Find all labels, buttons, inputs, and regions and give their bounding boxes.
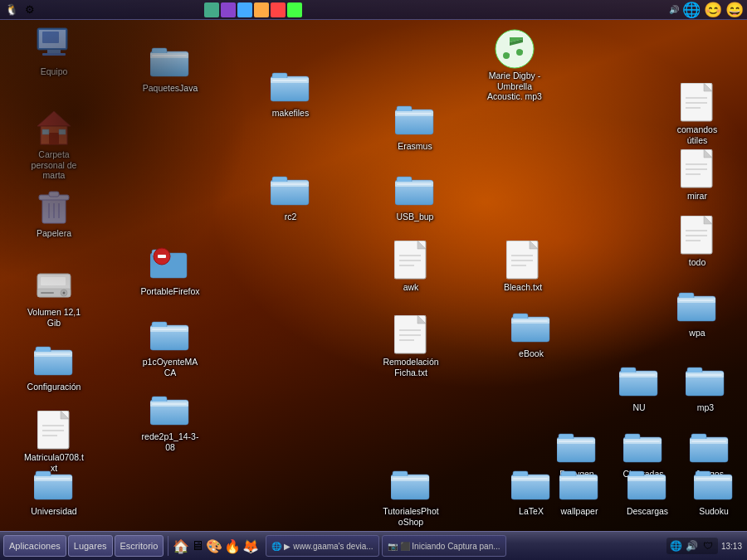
svg-rect-125 [691,441,726,442]
taskbar-separator [168,536,168,556]
top-panel: 🐧 ⚙ 🔊 🌐 😊 😄 [0,0,747,20]
svg-point-67 [496,30,534,68]
desktop-icon-portable-firefox[interactable]: PortableFirefox [137,241,203,300]
icon-image-rede2p1 [150,390,190,430]
desktop-icon-erasmus[interactable]: Erasmus [382,96,448,155]
taskbar-icon3[interactable]: 🎨 [206,538,222,554]
desktop-icon-wallpaper[interactable]: wallpaper [546,461,613,520]
desktop-menu[interactable]: Escritorio [115,535,164,557]
desktop-icon-sudoku[interactable]: Sudoku [681,461,747,520]
tray-vol-icon[interactable]: 🔊 [686,539,699,553]
desktop-icon-nu[interactable]: NU [606,358,672,416]
desktop-icon-awk[interactable]: awk [378,237,444,296]
gear-icon[interactable]: ⚙ [22,2,38,18]
desktop-icon-todo[interactable]: todo [664,212,730,271]
svg-rect-50 [152,329,187,330]
svg-rect-137 [561,478,596,480]
desktop-icon-paquetes-java[interactable]: PaquetesJava [137,38,203,97]
tray-update-icon[interactable]: 🛡 [701,539,715,553]
icon-label-awk: awk [403,282,419,293]
taskbar-app-1-icon: 🌐 [271,542,281,551]
svg-rect-8 [42,129,49,134]
icon-label-sudoku: Sudoku [699,506,729,517]
desktop-icon-comandos-utiles[interactable]: comandos útiles [664,80,730,149]
icon-image-descargas [627,465,667,504]
taskbar-app-2-icon: 📷 [388,542,398,551]
desktop-icon-rc2[interactable]: rc2 [257,167,324,226]
places-menu[interactable]: Lugares [68,535,113,557]
icon-image-tutoriales-photoshop [391,465,431,504]
applications-menu[interactable]: Aplicaciones [3,535,66,557]
taskbar-icon2[interactable]: 🖥 [191,538,204,553]
tray-network-icon[interactable]: 🌐 [670,539,683,553]
icon-image-rc2 [271,170,310,210]
desktop-icon-configuracion[interactable]: Configuración [21,337,87,396]
taskbar-left: Aplicaciones Lugares Escritorio 🏠 🖥 🎨 🔥 … [0,535,262,557]
desktop-icon-carpeta-personal[interactable]: Carpeta personal de marta [21,105,87,184]
desktop-icon-rede2p1[interactable]: rede2p1_14-3-08 [137,387,203,455]
desktop-icon-p1c-oyente[interactable]: p1cOyenteMACA [137,312,203,381]
top-left-icons[interactable]: 🐧 ⚙ [3,2,38,18]
icon-label-makefiles: makefiles [272,108,309,119]
icon-image-bleach [503,241,543,280]
taskbar-icon5[interactable]: 🦊 [242,538,259,554]
icon-label-comandos-utiles: comandos útiles [667,124,727,145]
desktop-icon-equipo[interactable]: Equipo [21,22,87,80]
desktop-icon-wpa[interactable]: wpa [664,283,730,342]
icon-image-marie-digby [495,29,535,69]
taskbar-app-1[interactable]: 🌐 ▶ www.gaama's devia... [266,535,378,557]
icon-image-mirar [677,149,717,189]
icon-label-todo: todo [689,257,706,268]
taskbar-home-icon[interactable]: 🏠 [173,538,189,554]
desktop-icon-marie-digby[interactable]: Marie Digby - Umbrella Acoustic. mp3 [481,26,548,105]
icon-label-configuracion: Configuración [27,382,81,392]
icon-image-carpeta-personal [34,108,74,148]
icon-label-portable-firefox: PortableFirefox [140,286,199,297]
desktop-icon-papelera[interactable]: Papelera [21,183,87,242]
system-tray: 🌐 🔊 🛡 [666,538,718,554]
icon-image-volumen [34,265,74,305]
icon-image-ebook [511,307,551,347]
desktop-icon-usb-bup[interactable]: USB_bup [382,167,448,226]
taskbar-icon4[interactable]: 🔥 [224,538,241,554]
clock: 13:13 [721,542,742,551]
svg-rect-113 [687,374,722,376]
icon-label-remodelacion: RemodelaciónFicha.txt [381,357,441,377]
icon-label-mp3: mp3 [697,402,714,413]
svg-marker-5 [37,111,71,126]
icon-label-bleach: Bleach.txt [504,282,542,293]
icon-image-usb-bup [395,170,435,210]
icon-image-mp3 [686,361,725,401]
svg-rect-21 [41,277,66,285]
icon-image-wallpaper [559,465,599,504]
icon-label-erasmus: Erasmus [398,141,432,152]
icon-image-equipo [34,25,74,65]
svg-rect-86 [513,320,548,322]
desktop-icon-descargas[interactable]: Descargas [614,461,681,520]
svg-rect-42 [272,80,307,81]
penguin-icon[interactable]: 🐧 [3,2,20,18]
icon-image-remodelacion [391,315,431,355]
desktop-icon-makefiles[interactable]: makefiles [257,63,324,122]
desktop-icon-universidad[interactable]: Universidad [21,461,87,520]
icon-image-sudoku [694,465,734,504]
taskbar-right: 🌐 🔊 🛡 13:13 [662,538,747,554]
icon-image-todo [677,216,717,256]
desktop-icon-mp3[interactable]: mp3 [672,358,739,416]
taskbar-middle: 🌐 ▶ www.gaama's devia... 📷 ⬛ Iniciando C… [262,535,662,557]
desktop-icon-volumen[interactable]: Volumen 12,1 Gib [21,262,87,331]
icon-label-papelera: Papelera [37,228,71,239]
icon-image-configuracion [34,340,74,380]
taskbar-app-2[interactable]: 📷 ⬛ Iniciando Captura pan... [382,535,506,557]
desktop-icon-remodelacion[interactable]: RemodelaciónFicha.txt [378,312,444,381]
desktop-icon-bleach[interactable]: Bleach.txt [490,237,556,296]
desktop-icon-ebook[interactable]: eBook [498,304,564,363]
icon-label-usb-bup: USB_bup [397,212,434,222]
icon-label-nu: NU [632,402,645,413]
icon-image-p1c-oyente [150,315,190,355]
desktop-icon-tutoriales-photoshop[interactable]: TutorialesPhotoShop [378,461,444,530]
icon-label-wpa: wpa [689,328,705,338]
svg-point-19 [63,292,66,295]
desktop-icon-mirar[interactable]: mirar [664,146,730,205]
icon-image-matricula [34,411,74,450]
